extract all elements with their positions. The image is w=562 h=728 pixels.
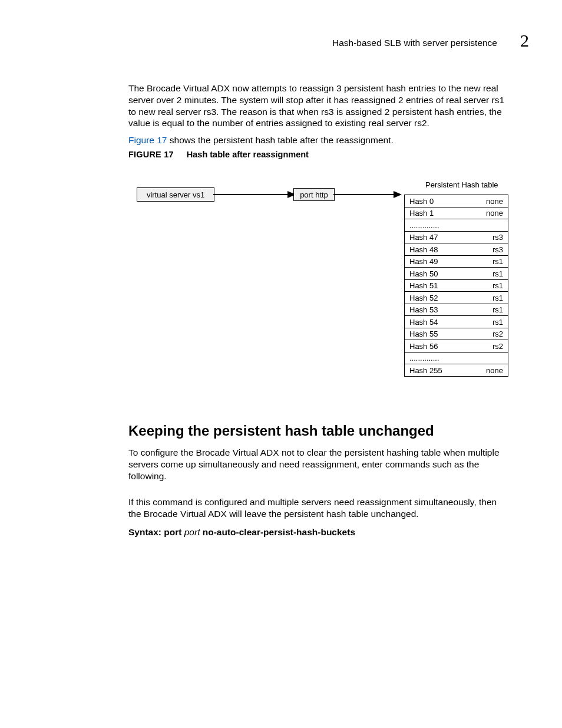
paragraph-3: To configure the Brocade Virtual ADX not… [128, 447, 509, 482]
syntax-variable: port [184, 527, 200, 537]
paragraph-2-rest: shows the persistent hash table after th… [167, 135, 393, 145]
hash-value: none [486, 366, 503, 375]
hash-table-row: Hash 52rs1 [405, 291, 508, 304]
hash-value: rs2 [492, 342, 503, 351]
paragraph-4: If this command is configured and multip… [128, 496, 509, 520]
hash-table-title: Persistent Hash table [425, 180, 498, 189]
hash-table-row: Hash 0none [405, 195, 508, 207]
hash-key: Hash 1 [409, 209, 434, 218]
hash-key: Hash 53 [409, 305, 438, 314]
paragraph-1: The Brocade Virtual ADX now attempts to … [128, 83, 509, 129]
hash-table-row: Hash 53rs1 [405, 304, 508, 316]
arrow-head-icon [394, 191, 402, 198]
figure-diagram: virtual server vs1 port http Persistent … [128, 177, 509, 401]
hash-value: rs1 [492, 318, 503, 327]
hash-table: Hash 0noneHash 1none..............Hash 4… [404, 195, 508, 377]
hash-value: none [486, 197, 503, 206]
section-heading: Keeping the persistent hash table unchan… [128, 423, 434, 439]
hash-key: Hash 48 [409, 245, 438, 254]
hash-value: rs3 [492, 233, 503, 242]
figure-title: Hash table after reassignment [187, 150, 309, 159]
hash-key: .............. [409, 354, 439, 363]
hash-table-row: Hash 1none [405, 207, 508, 219]
hash-key: Hash 54 [409, 318, 438, 327]
hash-key: Hash 52 [409, 294, 438, 302]
arrow-line-2 [333, 194, 396, 195]
hash-key: Hash 50 [409, 269, 438, 278]
hash-value: rs1 [492, 281, 503, 290]
hash-table-row: .............. [405, 219, 508, 231]
hash-key: Hash 47 [409, 233, 438, 242]
syntax-line: Syntax: port port no-auto-clear-persist-… [128, 527, 355, 538]
hash-value: rs1 [492, 294, 503, 302]
hash-value: rs2 [492, 330, 503, 338]
hash-key: Hash 56 [409, 342, 438, 351]
hash-table-row: .............. [405, 352, 508, 364]
hash-key: Hash 51 [409, 281, 438, 290]
hash-table-row: Hash 51rs1 [405, 279, 508, 292]
paragraph-2: Figure 17 shows the persistent hash tabl… [128, 134, 509, 146]
figure-caption: FIGURE 17 Hash table after reassignment [128, 150, 309, 159]
section-title: Hash-based SLB with server persistence [332, 38, 497, 48]
hash-key: Hash 255 [409, 366, 442, 375]
hash-value: rs1 [492, 305, 503, 314]
port-box: port http [293, 188, 335, 201]
hash-value: rs1 [492, 257, 503, 266]
hash-key: Hash 55 [409, 330, 438, 338]
syntax-suffix: no-auto-clear-persist-hash-buckets [200, 527, 355, 537]
page-number: 2 [520, 31, 529, 51]
hash-table-row: Hash 54rs1 [405, 315, 508, 328]
virtual-server-box: virtual server vs1 [137, 187, 214, 202]
syntax-prefix: Syntax: port [128, 527, 184, 537]
hash-value: rs3 [492, 245, 503, 254]
arrow-line-1 [213, 194, 290, 195]
figure-label: FIGURE 17 [128, 150, 174, 159]
hash-value: none [486, 209, 503, 218]
hash-table-row: Hash 48rs3 [405, 243, 508, 255]
hash-key: Hash 49 [409, 257, 438, 266]
figure-reference-link[interactable]: Figure 17 [128, 135, 167, 145]
hash-table-row: Hash 49rs1 [405, 255, 508, 268]
hash-table-row: Hash 55rs2 [405, 328, 508, 340]
hash-value: rs1 [492, 269, 503, 278]
hash-key: .............. [409, 221, 439, 230]
hash-key: Hash 0 [409, 197, 434, 206]
hash-table-row: Hash 50rs1 [405, 267, 508, 279]
hash-table-row: Hash 47rs3 [405, 231, 508, 243]
hash-table-row: Hash 56rs2 [405, 340, 508, 352]
hash-table-row: Hash 255none [405, 364, 508, 376]
